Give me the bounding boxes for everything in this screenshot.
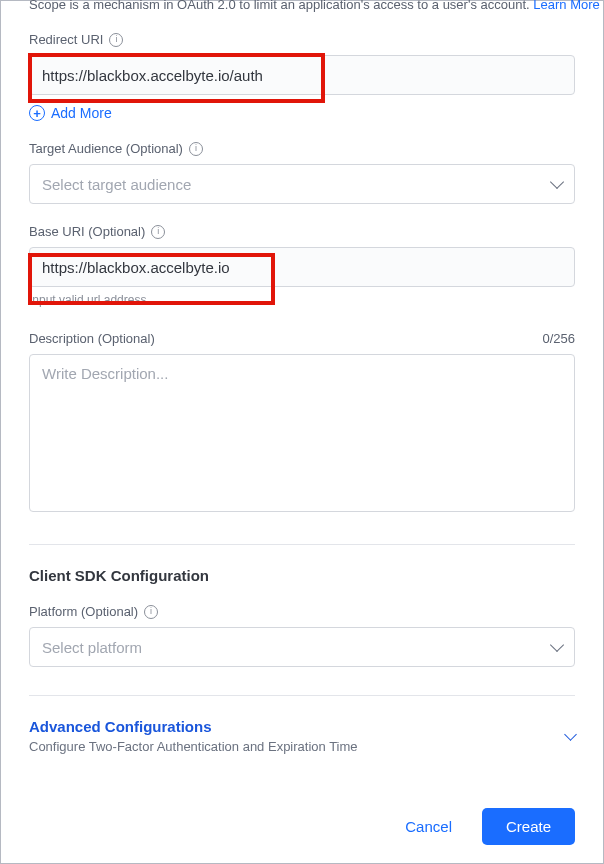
divider xyxy=(29,544,575,545)
target-audience-group: Target Audience (Optional) i Select targ… xyxy=(29,141,575,204)
description-label: Description (Optional) xyxy=(29,331,155,346)
info-icon[interactable]: i xyxy=(109,33,123,47)
add-more-label: Add More xyxy=(51,105,112,121)
info-icon[interactable]: i xyxy=(189,142,203,156)
chevron-down-icon xyxy=(550,638,564,652)
scope-help-text: Scope is a mechanism in OAuth 2.0 to lim… xyxy=(29,0,575,12)
plus-circle-icon: + xyxy=(29,105,45,121)
create-button[interactable]: Create xyxy=(482,808,575,845)
target-audience-label: Target Audience (Optional) xyxy=(29,141,183,156)
description-textarea[interactable] xyxy=(29,354,575,512)
advanced-config-toggle[interactable]: Advanced Configurations Configure Two-Fa… xyxy=(29,718,575,754)
learn-more-link[interactable]: Learn More xyxy=(533,0,599,12)
redirect-uri-input[interactable] xyxy=(29,55,575,95)
base-uri-label: Base URI (Optional) xyxy=(29,224,145,239)
platform-select[interactable]: Select platform xyxy=(29,627,575,667)
base-uri-hint: Input valid url address xyxy=(29,293,575,307)
description-group: Description (Optional) 0/256 xyxy=(29,331,575,516)
divider xyxy=(29,695,575,696)
add-more-button[interactable]: + Add More xyxy=(29,105,575,121)
advanced-config-subtitle: Configure Two-Factor Authentication and … xyxy=(29,739,358,754)
form-dialog: Scope is a mechanism in OAuth 2.0 to lim… xyxy=(0,0,604,864)
base-uri-input[interactable] xyxy=(29,247,575,287)
chevron-down-icon xyxy=(564,728,577,741)
sdk-config-title: Client SDK Configuration xyxy=(29,567,575,584)
base-uri-group: Base URI (Optional) i Input valid url ad… xyxy=(29,224,575,307)
info-icon[interactable]: i xyxy=(144,605,158,619)
platform-label: Platform (Optional) xyxy=(29,604,138,619)
redirect-uri-group: Redirect URI i + Add More xyxy=(29,32,575,121)
chevron-down-icon xyxy=(550,175,564,189)
target-audience-select[interactable]: Select target audience xyxy=(29,164,575,204)
cancel-button[interactable]: Cancel xyxy=(387,808,470,845)
dialog-footer: Cancel Create xyxy=(387,808,575,845)
platform-placeholder: Select platform xyxy=(42,639,142,656)
info-icon[interactable]: i xyxy=(151,225,165,239)
sdk-config-section: Client SDK Configuration Platform (Optio… xyxy=(29,567,575,667)
target-audience-placeholder: Select target audience xyxy=(42,176,191,193)
description-counter: 0/256 xyxy=(542,331,575,346)
advanced-config-title: Advanced Configurations xyxy=(29,718,358,735)
scope-text: Scope is a mechanism in OAuth 2.0 to lim… xyxy=(29,0,530,12)
redirect-uri-label: Redirect URI xyxy=(29,32,103,47)
